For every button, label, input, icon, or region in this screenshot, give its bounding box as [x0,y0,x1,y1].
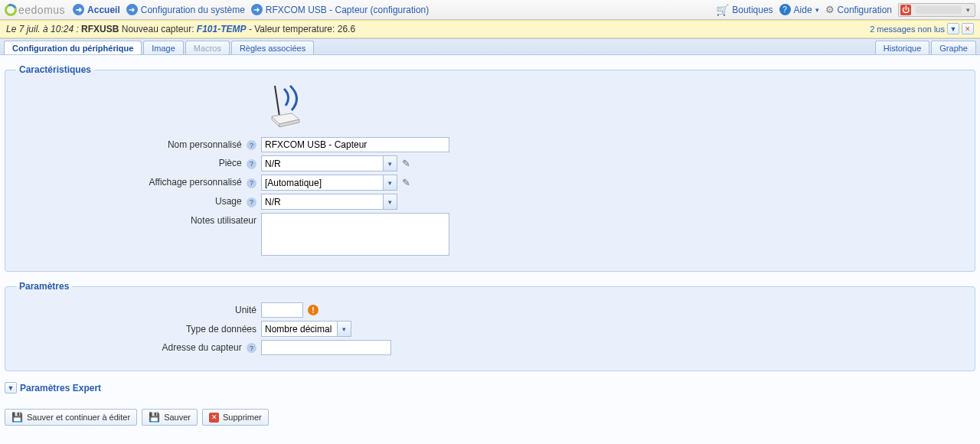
cart-icon: 🛒 [716,4,729,16]
save-continue-button[interactable]: 💾 Sauver et continuer à éditer [5,409,137,426]
affichage-dropdown-button[interactable] [384,175,397,191]
save-button[interactable]: 💾 Sauver [142,409,198,426]
usage-select[interactable] [261,194,384,210]
arrow-icon: ➜ [126,4,138,15]
gear-icon: ⚙ [825,4,835,15]
name-label: Nom personnalisé ? [16,139,261,151]
top-nav: eedomus ➜ Accueil ➜ Configuration du sys… [0,0,980,20]
help-icon[interactable]: ? [247,343,256,353]
panel-characteristics: Caractéristiques Nom personnalisé ? [5,64,975,272]
help-icon: ? [779,4,791,15]
datatype-select[interactable] [261,321,338,337]
arrow-icon: ➜ [251,4,263,15]
tab-bar: Configuration du périphérique Image Macr… [0,38,980,55]
nav-configuration[interactable]: ⚙ Configuration [825,4,892,15]
delete-button[interactable]: ✕ Supprimer [202,409,269,426]
nav-boutiques-label: Boutiques [732,5,773,15]
warning-icon: ! [308,305,318,315]
help-icon[interactable]: ? [247,198,256,207]
sensor-address-label: Adresse du capteur ? [16,342,261,354]
chevron-down-icon: ▾ [966,6,970,14]
logo[interactable]: eedomus [5,4,65,16]
unit-label: Unité [16,305,261,315]
svg-line-0 [275,86,279,116]
notif-msg2: - Valeur temperature: 26.6 [249,24,355,34]
datatype-label: Type de données [16,324,261,335]
help-icon[interactable]: ? [247,178,256,188]
notif-close-button[interactable]: ✕ [962,23,974,34]
save-icon: 💾 [11,412,23,423]
expert-params-toggle[interactable]: ▼ Paramètres Expert [5,380,975,400]
expert-params-label: Paramètres Expert [20,383,101,393]
tab-image[interactable]: Image [143,41,184,54]
notification-bar: Le 7 juil. à 10:24 : RFXUSB Nouveau capt… [0,20,980,38]
tab-history[interactable]: Historique [875,41,930,54]
arrow-icon: ➜ [73,4,84,15]
usage-label: Usage ? [16,196,261,207]
panel-parameters: Paramètres Unité ! Type de données Adres… [5,281,975,371]
expand-icon: ▼ [5,382,17,393]
help-icon[interactable]: ? [247,140,256,150]
page-content: Caractéristiques Nom personnalisé ? [0,55,980,406]
panel-parameters-legend: Paramètres [16,281,72,292]
piece-dropdown-button[interactable] [384,155,397,171]
nav-device-label: RFXCOM USB - Capteur (configuration) [266,5,429,15]
affichage-label: Affichage personnalisé ? [16,177,261,188]
nav-aide[interactable]: ? Aide ▾ [779,4,819,15]
save-continue-label: Sauver et continuer à éditer [27,413,130,422]
nav-sysconf-label: Configuration du système [141,5,245,15]
power-icon: ⏻ [900,5,911,15]
save-label: Sauver [164,413,191,422]
action-bar: 💾 Sauver et continuer à éditer 💾 Sauver … [0,406,980,432]
nav-aide-label: Aide [794,5,812,15]
usage-dropdown-button[interactable] [384,194,397,210]
notif-sensor-link[interactable]: F101-TEMP [197,24,247,34]
tab-configuration[interactable]: Configuration du périphérique [4,41,142,54]
help-icon[interactable]: ? [247,159,256,169]
sensor-illustration [269,83,964,131]
edit-pencil-icon[interactable]: ✎ [402,177,410,188]
delete-label: Supprimer [223,413,262,422]
panel-characteristics-legend: Caractéristiques [16,64,94,75]
tab-rules[interactable]: Règles associées [231,41,314,54]
sensor-address-input[interactable] [261,340,391,355]
save-icon: 💾 [149,412,160,423]
affichage-select[interactable] [261,175,384,191]
chevron-down-icon: ▾ [815,6,819,14]
user-name [916,6,962,14]
nav-configuration-label: Configuration [838,5,892,15]
piece-label: Pièce ? [16,158,261,169]
name-input[interactable] [261,137,449,152]
notif-dropdown-button[interactable]: ▼ [947,23,959,34]
user-menu[interactable]: ⏻ ▾ [898,3,975,17]
nav-home[interactable]: ➜ Accueil [73,4,120,15]
piece-select[interactable] [261,155,384,171]
edit-pencil-icon[interactable]: ✎ [402,158,410,169]
nav-home-label: Accueil [87,5,120,15]
notif-date: Le 7 juil. à 10:24 : [6,24,79,34]
nav-device[interactable]: ➜ RFXCOM USB - Capteur (configuration) [251,4,429,15]
nav-sysconf[interactable]: ➜ Configuration du système [126,4,245,15]
notif-msg1: Nouveau capteur: [122,24,194,34]
notes-label: Notes utilisateur [16,213,261,226]
unread-messages-link[interactable]: 2 messages non lus [870,24,945,34]
notes-textarea[interactable] [261,213,449,256]
logo-icon [5,4,17,16]
logo-text: eedomus [18,4,65,16]
close-icon: ✕ [209,413,219,423]
tab-macros: Macros [185,41,230,54]
tab-graph[interactable]: Graphe [931,41,976,54]
nav-boutiques[interactable]: 🛒 Boutiques [716,4,773,16]
unit-input[interactable] [261,302,303,318]
notif-source: RFXUSB [81,24,119,34]
datatype-dropdown-button[interactable] [338,321,351,337]
